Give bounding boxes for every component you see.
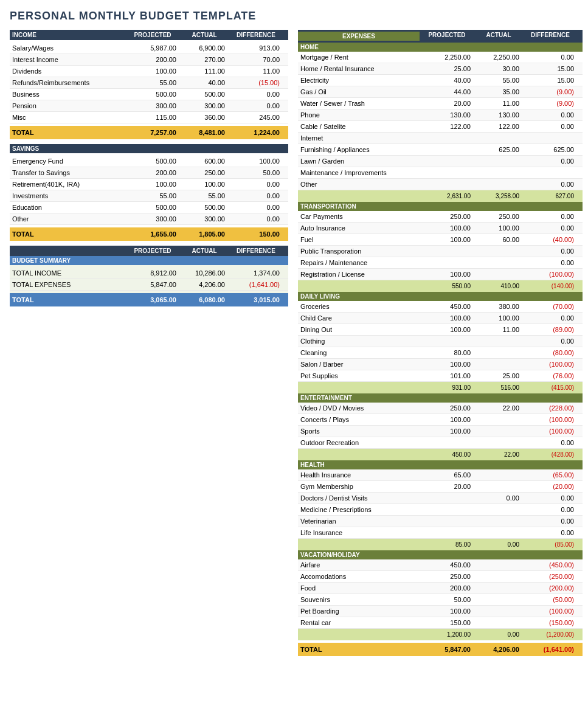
table-row: Maintenance / Improvements [298,167,583,179]
table-row: Business 500.00 500.00 0.00 [10,89,288,100]
income-projected-header: PROJECTED [125,32,180,38]
income-label: INCOME [10,32,125,38]
table-row: Groceries 450.00 380.00 (70.00) [298,301,583,313]
table-row: TOTAL INCOME 8,912.00 10,286.00 1,374.00 [10,268,288,279]
row-label: Business [10,89,125,99]
table-row: Misc 115.00 360.00 245.00 [10,112,288,123]
table-row: Fuel 100.00 60.00 (40.00) [298,234,583,246]
summary-total-row: TOTAL 3,065.00 6,080.00 3,015.00 [10,293,288,306]
income-total-row: TOTAL 7,257.00 8,481.00 1,224.00 [10,126,288,139]
right-column: EXPENSES PROJECTED ACTUAL DIFFERENCE HOM… [298,30,583,656]
expenses-total-row: TOTAL 5,847.00 4,206.00 (1,641.00) [298,643,583,656]
transportation-subtotal-row: 550.00 410.00 (140.00) [298,280,583,292]
budget-summary-label: BUDGET SUMMARY [10,256,288,265]
row-label: Transfer to Savings [10,168,125,178]
total-label: TOTAL [298,645,420,654]
table-row: Clothing 0.00 [298,336,583,347]
row-label: Refunds/Reimbursements [10,78,125,88]
savings-total-row: TOTAL 1,655.00 1,805.00 150.00 [10,227,288,241]
savings-label: SAVINGS [12,145,128,152]
table-row: Furnishing / Appliances 625.00 625.00 [298,144,583,156]
table-row: Concerts / Plays 100.00 (100.00) [298,414,583,426]
dailyliving-cat-row: DAILY LIVING [298,292,583,301]
table-row: Child Care 100.00 100.00 0.00 [298,313,583,324]
total-label: TOTAL [10,295,125,305]
savings-header: SAVINGS [10,144,288,153]
total-label: TOTAL [10,128,125,137]
home-cat-row: HOME [298,43,583,52]
home-subtotal-row: 2,631.00 3,258.00 627.00 [298,190,583,202]
table-row: Car Payments 250.00 250.00 0.00 [298,211,583,223]
income-header: INCOME PROJECTED ACTUAL DIFFERENCE [10,30,288,40]
table-row: Education 500.00 500.00 0.00 [10,202,288,213]
table-row: Gas / Oil 44.00 35.00 (9.00) [298,86,583,98]
row-label: Salary/Wages [10,43,125,53]
table-row: Gym Membership 20.00 (20.00) [298,481,583,493]
expenses-projected-header: PROJECTED [420,32,474,41]
table-row: Outdoor Recreation 0.00 [298,437,583,449]
page-title: PERSONAL MONTHLY BUDGET TEMPLATE [10,10,578,22]
table-row: Repairs / Maintenance 0.00 [298,257,583,269]
health-cat-row: HEALTH [298,460,583,469]
row-label: Interest Income [10,55,125,64]
row-label: Other [10,214,125,224]
table-row: Souvenirs 50.00 (50.00) [298,594,583,606]
table-row: Video / DVD / Movies 250.00 22.00 (228.0… [298,403,583,414]
savings-section: SAVINGS Emergency Fund 500.00 600.00 100… [10,144,288,241]
table-row: Sports 100.00 (100.00) [298,426,583,437]
dailyliving-subtotal-row: 931.00 516.00 (415.00) [298,382,583,393]
table-row: Water / Sewer / Trash 20.00 11.00 (9.00) [298,98,583,109]
table-row: Electricity 40.00 55.00 15.00 [298,75,583,86]
transportation-cat-row: TRANSPORTATION [298,202,583,211]
total-label: TOTAL [10,229,125,239]
row-label: TOTAL INCOME [10,268,125,278]
table-row: TOTAL EXPENSES 5,847.00 4,206.00 (1,641.… [10,279,288,291]
entertainment-cat-row: ENTERTAINMENT [298,393,583,403]
table-row: Pet Boarding 100.00 (100.00) [298,606,583,617]
table-row: Retirement(401K, IRA) 100.00 100.00 0.00 [10,179,288,190]
table-row: Investments 55.00 55.00 0.00 [10,190,288,202]
table-row: Dividends 100.00 111.00 11.00 [10,66,288,77]
table-row: Veterinarian 0.00 [298,516,583,527]
table-row: Lawn / Garden 0.00 [298,156,583,167]
expenses-header-row: EXPENSES PROJECTED ACTUAL DIFFERENCE [298,30,583,43]
row-label: TOTAL EXPENSES [10,280,125,289]
table-row: Phone 130.00 130.00 0.00 [298,109,583,121]
left-column: INCOME PROJECTED ACTUAL DIFFERENCE Salar… [10,30,288,656]
table-row: Food 200.00 (200.00) [298,583,583,594]
budget-summary-section: PROJECTED ACTUAL DIFFERENCE BUDGET SUMMA… [10,246,288,306]
table-row: Interest Income 200.00 270.00 70.00 [10,54,288,66]
vacation-cat-row: VACATION/HOLIDAY [298,550,583,559]
table-row: Cable / Satelite 122.00 122.00 0.00 [298,121,583,133]
table-row: Airfare 450.00 (450.00) [298,559,583,571]
row-label: Dividends [10,66,125,76]
table-row: Other 300.00 300.00 0.00 [10,213,288,225]
table-row: Salon / Barber 100.00 (100.00) [298,359,583,370]
table-row: Refunds/Reimbursements 55.00 40.00 (15.0… [10,77,288,89]
table-row: Internet [298,133,583,144]
table-row: Registration / License 100.00 (100.00) [298,269,583,280]
table-row: Pension 300.00 300.00 0.00 [10,100,288,112]
table-row: Health Insurance 65.00 (65.00) [298,469,583,481]
expenses-diff-header: DIFFERENCE [523,32,578,41]
expenses-section: EXPENSES PROJECTED ACTUAL DIFFERENCE HOM… [298,30,583,656]
table-row: Auto Insurance 100.00 100.00 0.00 [298,223,583,234]
table-row: Doctors / Dentist Visits 0.00 0.00 [298,493,583,504]
row-label: Emergency Fund [10,156,125,166]
income-actual-header: ACTUAL [180,32,229,38]
summary-blank [10,247,125,254]
health-subtotal-row: 85.00 0.00 (85.00) [298,539,583,550]
table-row: Cleaning 80.00 (80.00) [298,347,583,359]
table-row: Dining Out 100.00 11.00 (89.00) [298,324,583,336]
table-row: Transfer to Savings 200.00 250.00 50.00 [10,167,288,179]
row-label: Misc [10,112,125,122]
entertainment-subtotal-row: 450.00 22.00 (428.00) [298,449,583,460]
row-label: Pension [10,101,125,111]
income-section: INCOME PROJECTED ACTUAL DIFFERENCE Salar… [10,30,288,139]
table-row: Home / Rental Insurance 25.00 30.00 15.0… [298,63,583,75]
expenses-actual-header: ACTUAL [474,32,523,41]
table-row: Pet Supplies 101.00 25.00 (76.00) [298,370,583,382]
summary-diff-header: DIFFERENCE [229,247,283,254]
vacation-subtotal-row: 1,200.00 0.00 (1,200.00) [298,629,583,640]
table-row: Accomodations 250.00 (250.00) [298,571,583,583]
